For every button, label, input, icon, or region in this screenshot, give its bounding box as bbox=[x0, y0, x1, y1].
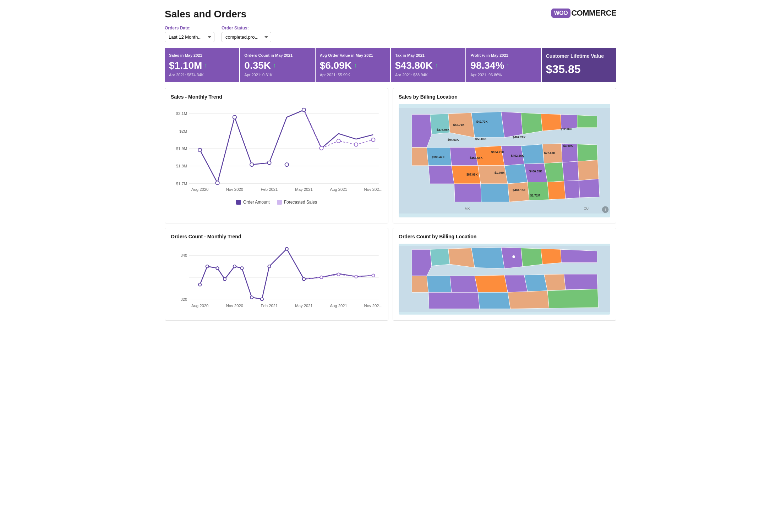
kpi-clv-value: $35.85 bbox=[546, 63, 612, 76]
orders-trend-title: Orders Count - Monthly Trend bbox=[171, 234, 382, 239]
svg-marker-112 bbox=[448, 248, 475, 268]
legend-forecasted-label: Forecasted Sales bbox=[284, 200, 317, 205]
svg-text:Nov 202...: Nov 202... bbox=[364, 187, 382, 192]
svg-text:$184.71K: $184.71K bbox=[491, 151, 504, 154]
sales-map-title: Sales by Billing Location bbox=[399, 94, 610, 100]
svg-point-103 bbox=[285, 248, 288, 250]
svg-text:$378.98K: $378.98K bbox=[437, 128, 449, 132]
orders-date-select[interactable]: Last 12 Month... bbox=[165, 32, 214, 42]
kpi-sales-title: Sales in May 2021 bbox=[169, 53, 235, 58]
svg-text:Nov 2020: Nov 2020 bbox=[226, 304, 243, 308]
svg-text:Aug 2020: Aug 2020 bbox=[191, 187, 208, 192]
svg-marker-58 bbox=[547, 181, 566, 200]
svg-marker-49 bbox=[504, 164, 528, 184]
svg-marker-118 bbox=[412, 276, 428, 293]
svg-point-24 bbox=[337, 139, 340, 143]
svg-marker-53 bbox=[578, 160, 599, 181]
svg-point-108 bbox=[372, 274, 375, 277]
sales-map-svg: $378.98K $52.71K $42.70K $94.53K $56.06K… bbox=[399, 104, 610, 217]
kpi-avg-value: $6.09K ↑ bbox=[320, 60, 386, 71]
svg-marker-34 bbox=[541, 114, 561, 131]
svg-marker-51 bbox=[544, 162, 564, 182]
svg-text:Feb 2021: Feb 2021 bbox=[261, 304, 278, 308]
woo-logo-text: COMMERCE bbox=[571, 9, 616, 18]
svg-text:$407.22K: $407.22K bbox=[513, 135, 525, 139]
svg-point-99 bbox=[240, 267, 243, 270]
svg-marker-52 bbox=[562, 161, 579, 181]
orders-trend-svg: 340 320 Aug 2020 Nov 2020 Feb 2021 May 2… bbox=[171, 244, 382, 315]
svg-text:$454.55K: $454.55K bbox=[470, 156, 482, 160]
svg-text:Feb 2021: Feb 2021 bbox=[261, 187, 278, 192]
kpi-clv-title: Customer Lifetime Value bbox=[546, 53, 612, 59]
svg-marker-32 bbox=[501, 112, 523, 138]
svg-text:Aug 2020: Aug 2020 bbox=[191, 304, 208, 308]
svg-marker-60 bbox=[579, 179, 600, 198]
woocommerce-logo: WOO COMMERCE bbox=[551, 9, 616, 18]
svg-marker-119 bbox=[427, 276, 452, 293]
svg-text:$3.60K: $3.60K bbox=[563, 144, 573, 148]
filters-bar: Orders Date: Last 12 Month... Order Stat… bbox=[165, 26, 616, 42]
svg-point-97 bbox=[223, 278, 226, 281]
svg-marker-110 bbox=[412, 249, 432, 276]
svg-marker-36 bbox=[577, 115, 597, 128]
legend-forecasted: Forecasted Sales bbox=[277, 200, 317, 205]
svg-marker-124 bbox=[544, 274, 566, 291]
svg-text:$2.1M: $2.1M bbox=[176, 112, 187, 116]
kpi-orders-sub: Apr 2021: 0.31K bbox=[244, 73, 310, 77]
sales-trend-svg: $2.1M $2M $1.9M $1.8M $1.7M Aug 2020 Nov… bbox=[171, 104, 382, 196]
svg-text:$402.26K: $402.26K bbox=[511, 154, 524, 157]
kpi-orders-title: Orders Count in May 2021 bbox=[244, 53, 310, 58]
svg-text:MX: MX bbox=[465, 207, 470, 210]
svg-marker-59 bbox=[564, 181, 580, 199]
svg-point-94 bbox=[198, 283, 201, 286]
page-title: Sales and Orders bbox=[165, 9, 246, 20]
kpi-card-tax: Tax in May 2021 $43.80K ↑ Apr 2021: $38.… bbox=[391, 48, 465, 82]
svg-text:$2M: $2M bbox=[179, 129, 187, 133]
svg-marker-128 bbox=[508, 291, 549, 309]
kpi-sales-sub: Apr 2021: $874.34K bbox=[169, 73, 235, 77]
kpi-profit-sub: Apr 2021: 96.86% bbox=[470, 73, 536, 77]
svg-marker-46 bbox=[428, 166, 454, 184]
kpi-avg-title: Avg Order Value in May 2021 bbox=[320, 53, 386, 58]
svg-text:$87.99K: $87.99K bbox=[466, 173, 478, 176]
svg-marker-120 bbox=[450, 276, 478, 293]
svg-marker-28 bbox=[412, 115, 432, 148]
svg-marker-129 bbox=[547, 289, 598, 308]
page-header: Sales and Orders WOO COMMERCE bbox=[165, 9, 616, 20]
svg-marker-127 bbox=[478, 292, 510, 309]
svg-marker-115 bbox=[521, 248, 543, 267]
svg-marker-117 bbox=[561, 249, 597, 262]
kpi-sales-value: $1.10M ↑ bbox=[169, 60, 235, 71]
kpi-tax-title: Tax in May 2021 bbox=[395, 53, 461, 58]
orders-date-filter: Orders Date: Last 12 Month... bbox=[165, 26, 214, 42]
svg-marker-54 bbox=[454, 184, 481, 202]
svg-point-104 bbox=[302, 278, 305, 281]
order-status-select[interactable]: completed,pro... bbox=[222, 32, 271, 42]
svg-text:$27.63K: $27.63K bbox=[544, 151, 556, 155]
kpi-card-sales: Sales in May 2021 $1.10M ↑ Apr 2021: $87… bbox=[165, 48, 239, 82]
svg-marker-42 bbox=[521, 144, 544, 164]
svg-text:$1.7M: $1.7M bbox=[176, 182, 187, 186]
svg-point-18 bbox=[233, 116, 236, 119]
svg-marker-122 bbox=[504, 275, 528, 292]
svg-point-16 bbox=[198, 148, 202, 152]
svg-point-17 bbox=[215, 181, 219, 185]
svg-marker-48 bbox=[478, 166, 508, 184]
order-status-filter: Order Status: completed,pro... bbox=[222, 26, 271, 42]
svg-text:$1.72M: $1.72M bbox=[530, 194, 540, 197]
svg-marker-40 bbox=[475, 146, 504, 166]
svg-marker-33 bbox=[521, 113, 543, 134]
kpi-orders-arrow: ↑ bbox=[273, 62, 276, 69]
legend-forecasted-box bbox=[277, 200, 282, 205]
svg-text:Aug 2021: Aug 2021 bbox=[330, 304, 347, 308]
svg-marker-55 bbox=[481, 184, 509, 202]
svg-marker-116 bbox=[541, 249, 561, 265]
svg-marker-37 bbox=[412, 148, 428, 166]
svg-point-22 bbox=[302, 108, 306, 112]
svg-text:Aug 2021: Aug 2021 bbox=[330, 187, 347, 192]
orders-trend-chart: 340 320 Aug 2020 Nov 2020 Feb 2021 May 2… bbox=[171, 244, 382, 315]
svg-marker-45 bbox=[577, 144, 598, 161]
sales-trend-chart: $2.1M $2M $1.9M $1.8M $1.7M Aug 2020 Nov… bbox=[171, 104, 382, 196]
kpi-orders-value: 0.35K ↑ bbox=[244, 60, 310, 71]
legend-order-amount-label: Order Amount bbox=[243, 200, 270, 205]
